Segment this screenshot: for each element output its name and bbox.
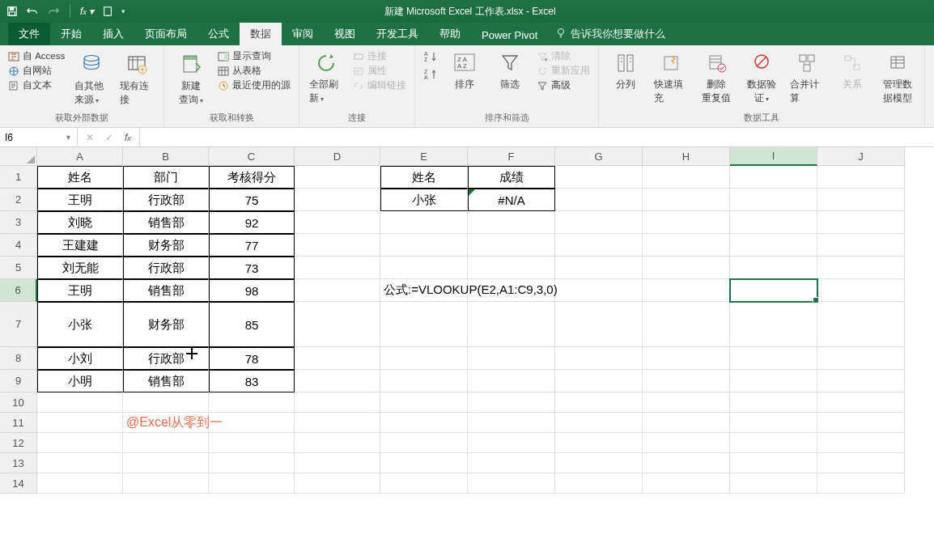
manage-data-model-button[interactable]: 管理数 据模型 bbox=[879, 50, 916, 107]
cell-A14[interactable] bbox=[37, 473, 123, 494]
cell-B5[interactable]: 行政部 bbox=[123, 257, 209, 279]
cell-D3[interactable] bbox=[295, 211, 380, 234]
row-header-14[interactable]: 14 bbox=[0, 473, 37, 494]
cell-A10[interactable] bbox=[37, 392, 123, 413]
recent-sources-button[interactable]: 最近使用的源 bbox=[218, 79, 291, 91]
cell-J2[interactable] bbox=[817, 189, 905, 211]
cell-H3[interactable] bbox=[643, 211, 730, 234]
cell-B6[interactable]: 销售部 bbox=[123, 279, 209, 302]
cell-C12[interactable] bbox=[209, 433, 295, 453]
cell-D7[interactable] bbox=[295, 302, 380, 347]
cell-H14[interactable] bbox=[643, 473, 730, 494]
cell-J8[interactable] bbox=[817, 347, 905, 370]
cell-I10[interactable] bbox=[730, 392, 817, 413]
cell-E2[interactable]: 小张 bbox=[380, 189, 468, 211]
cell-F13[interactable] bbox=[468, 453, 555, 473]
cell-D13[interactable] bbox=[295, 453, 380, 473]
cell-G12[interactable] bbox=[555, 433, 643, 453]
tab-file[interactable]: 文件 bbox=[8, 23, 50, 45]
sort-button[interactable]: Z AA Z 排序 bbox=[446, 50, 483, 93]
cell-F12[interactable] bbox=[468, 433, 555, 453]
row-header-13[interactable]: 13 bbox=[0, 453, 37, 473]
cell-G4[interactable] bbox=[555, 234, 643, 257]
cell-I7[interactable] bbox=[730, 302, 817, 347]
cell-D14[interactable] bbox=[295, 473, 380, 494]
cell-G2[interactable] bbox=[555, 189, 643, 211]
cell-J3[interactable] bbox=[817, 211, 905, 234]
cancel-icon[interactable]: ✕ bbox=[86, 132, 94, 143]
name-box-input[interactable] bbox=[5, 132, 53, 143]
from-table-button[interactable]: 从表格 bbox=[218, 65, 261, 77]
cell-I5[interactable] bbox=[730, 257, 817, 279]
cell-H8[interactable] bbox=[643, 347, 730, 370]
cell-I8[interactable] bbox=[730, 347, 817, 370]
cell-A8[interactable]: 小刘 bbox=[37, 347, 123, 370]
cell-A11[interactable] bbox=[37, 413, 123, 433]
cell-D11[interactable] bbox=[295, 413, 380, 433]
cell-F1[interactable]: 成绩 bbox=[468, 166, 555, 189]
cell-G6[interactable] bbox=[555, 279, 643, 302]
cell-C14[interactable] bbox=[209, 473, 295, 494]
formula-input[interactable] bbox=[145, 132, 929, 143]
row-header-3[interactable]: 3 bbox=[0, 211, 37, 234]
enter-icon[interactable]: ✓ bbox=[105, 132, 113, 143]
cell-C6[interactable]: 98 bbox=[209, 279, 295, 302]
cell-D1[interactable] bbox=[295, 166, 380, 189]
cell-D9[interactable] bbox=[295, 370, 380, 392]
cell-J14[interactable] bbox=[817, 473, 905, 494]
cell-F2[interactable]: #N/A bbox=[468, 189, 555, 211]
cell-H13[interactable] bbox=[643, 453, 730, 473]
remove-duplicates-button[interactable]: 删除 重复值 bbox=[698, 50, 735, 107]
cell-J6[interactable] bbox=[817, 279, 905, 302]
col-header-G[interactable]: G bbox=[555, 147, 643, 166]
cell-J9[interactable] bbox=[817, 370, 905, 392]
row-header-12[interactable]: 12 bbox=[0, 433, 37, 453]
cell-F14[interactable] bbox=[468, 473, 555, 494]
cell-A6[interactable]: 王明 bbox=[37, 279, 123, 302]
cell-G14[interactable] bbox=[555, 473, 643, 494]
row-header-9[interactable]: 9 bbox=[0, 370, 37, 392]
cell-J12[interactable] bbox=[817, 433, 905, 453]
row-header-5[interactable]: 5 bbox=[0, 257, 37, 279]
cell-J4[interactable] bbox=[817, 234, 905, 257]
refresh-all-button[interactable]: 全部刷新 bbox=[308, 50, 345, 107]
consolidate-button[interactable]: 合并计算 bbox=[788, 50, 826, 107]
tell-me-box[interactable]: 告诉我你想要做什么 bbox=[548, 23, 673, 45]
fx-icon[interactable]: fx ▾ bbox=[80, 6, 94, 17]
cell-D12[interactable] bbox=[295, 433, 380, 453]
cell-F5[interactable] bbox=[468, 257, 555, 279]
cell-G1[interactable] bbox=[555, 166, 643, 189]
cell-J7[interactable] bbox=[817, 302, 905, 347]
flash-fill-button[interactable]: 快速填充 bbox=[652, 50, 690, 107]
cell-C9[interactable]: 83 bbox=[209, 370, 295, 392]
cell-A5[interactable]: 刘无能 bbox=[37, 257, 123, 279]
cell-G7[interactable] bbox=[555, 302, 643, 347]
data-validation-button[interactable]: 数据验 证 bbox=[743, 50, 780, 107]
redo-icon[interactable] bbox=[47, 6, 60, 18]
col-header-H[interactable]: H bbox=[643, 147, 730, 166]
col-header-C[interactable]: C bbox=[209, 147, 295, 166]
cell-A2[interactable]: 王明 bbox=[37, 189, 123, 211]
cell-G8[interactable] bbox=[555, 347, 643, 370]
col-header-I[interactable]: I bbox=[730, 147, 817, 166]
new-query-button[interactable]: 新建 查询 bbox=[172, 50, 210, 108]
cell-D2[interactable] bbox=[295, 189, 380, 211]
fx-insert-icon[interactable]: fx bbox=[125, 132, 131, 143]
cell-C1[interactable]: 考核得分 bbox=[209, 166, 295, 189]
advanced-filter-button[interactable]: 高级 bbox=[537, 79, 571, 91]
cell-C13[interactable] bbox=[209, 453, 295, 473]
cell-B2[interactable]: 行政部 bbox=[123, 189, 209, 211]
cell-C10[interactable] bbox=[209, 392, 295, 413]
cell-A7[interactable]: 小张 bbox=[37, 302, 123, 347]
cell-J5[interactable] bbox=[817, 257, 905, 279]
sort-desc-button[interactable]: ZA bbox=[423, 68, 438, 81]
cell-B10[interactable] bbox=[123, 392, 209, 413]
cell-E6[interactable]: 公式:=VLOOKUP(E2,A1:C9,3,0) bbox=[380, 279, 468, 302]
cell-F7[interactable] bbox=[468, 302, 555, 347]
cell-C4[interactable]: 77 bbox=[209, 234, 295, 257]
cell-H9[interactable] bbox=[643, 370, 730, 392]
tab-layout[interactable]: 页面布局 bbox=[134, 23, 197, 45]
cell-F4[interactable] bbox=[468, 234, 555, 257]
cell-B9[interactable]: 销售部 bbox=[123, 370, 209, 392]
name-box[interactable]: ▼ bbox=[0, 128, 78, 146]
